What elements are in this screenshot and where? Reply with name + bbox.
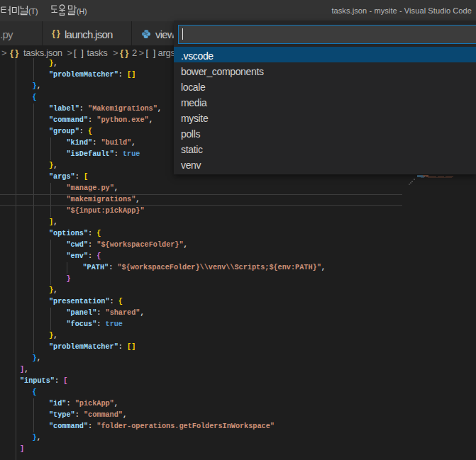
- svg-text:(H): (H): [77, 7, 87, 16]
- svg-text:(T): (T): [28, 7, 38, 16]
